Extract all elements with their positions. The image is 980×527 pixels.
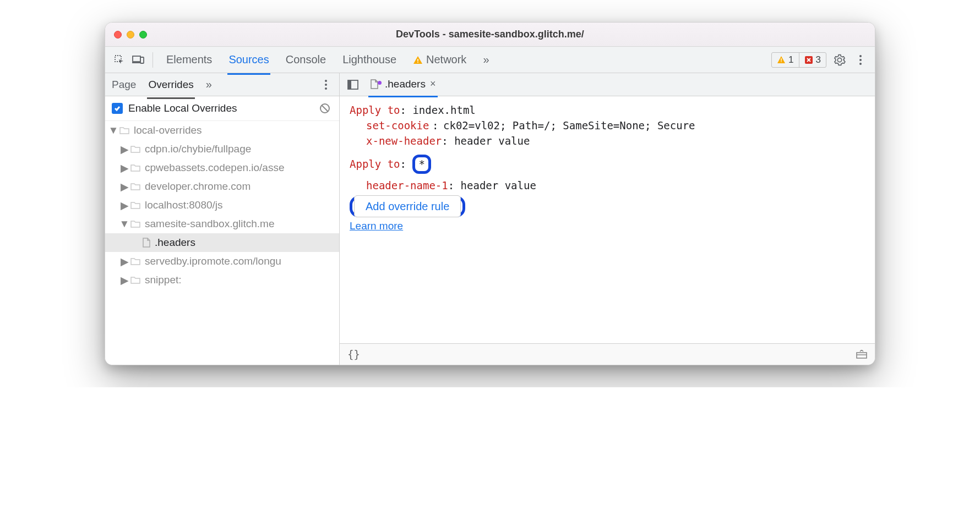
enable-overrides-checkbox[interactable] xyxy=(112,103,123,114)
tab-network-label: Network xyxy=(426,53,466,66)
svg-rect-18 xyxy=(348,80,351,89)
chevron-right-icon: ▶ xyxy=(121,199,128,212)
tabs-overflow[interactable]: » xyxy=(482,48,490,72)
tab-lighthouse[interactable]: Lighthouse xyxy=(341,48,398,72)
sidebar-tabs-overflow[interactable]: » xyxy=(205,74,213,95)
tab-elements[interactable]: Elements xyxy=(165,48,213,72)
svg-rect-3 xyxy=(140,57,144,63)
clear-overrides-icon[interactable] xyxy=(317,101,333,116)
tree-folder[interactable]: ▶ developer.chrome.com xyxy=(105,177,339,196)
titlebar: DevTools - samesite-sandbox.glitch.me/ xyxy=(105,23,875,47)
header-name[interactable]: x-new-header xyxy=(366,135,442,147)
header-name[interactable]: header-name-1 xyxy=(366,179,448,191)
show-drawer-icon[interactable] xyxy=(856,350,867,359)
folder-icon xyxy=(130,164,140,172)
tree-folder[interactable]: ▶ cpwebassets.codepen.io/asse xyxy=(105,158,339,177)
sidebar-tab-overrides[interactable]: Overrides xyxy=(147,74,194,95)
sources-sidebar: Page Overrides » Enable Local Overrides xyxy=(105,73,340,365)
tree-folder[interactable]: ▶ servedby.ipromote.com/longu xyxy=(105,252,339,271)
chevron-right-icon: ▶ xyxy=(121,180,128,193)
devtools-window: DevTools - samesite-sandbox.glitch.me/ E… xyxy=(105,22,875,365)
tree-folder-label: local-overrides xyxy=(134,124,202,136)
folder-icon xyxy=(130,276,140,284)
settings-icon[interactable] xyxy=(832,52,847,68)
highlighted-add-rule: Add override rule xyxy=(350,196,465,217)
header-value[interactable]: ck02=vl02; Path=/; SameSite=None; Secure xyxy=(443,119,865,131)
tree-folder-root[interactable]: ▼ local-overrides xyxy=(105,121,339,140)
add-override-rule-button[interactable]: Add override rule xyxy=(354,195,461,217)
file-icon xyxy=(371,79,378,89)
warning-icon xyxy=(777,56,786,64)
tree-folder[interactable]: ▶ cdpn.io/chybie/fullpage xyxy=(105,140,339,158)
tree-file-selected[interactable]: .headers xyxy=(105,233,339,252)
sidebar-tab-page[interactable]: Page xyxy=(111,74,137,95)
issues-badge[interactable]: 1 3 xyxy=(771,52,826,68)
tree-folder-label: samesite-sandbox.glitch.me xyxy=(145,218,275,230)
svg-rect-19 xyxy=(857,353,867,358)
close-tab-icon[interactable]: × xyxy=(430,78,436,90)
headers-editor[interactable]: Apply to: index.html set-cookie : ck02=v… xyxy=(340,96,875,344)
folder-icon xyxy=(119,127,129,134)
separator xyxy=(153,52,153,68)
warning-icon xyxy=(413,55,423,65)
header-value[interactable]: header value xyxy=(454,135,530,147)
chevron-down-icon: ▼ xyxy=(110,124,117,136)
tree-folder-label: cdpn.io/chybie/fullpage xyxy=(145,143,251,155)
modified-dot-icon xyxy=(378,81,382,85)
tree-folder-expanded[interactable]: ▼ samesite-sandbox.glitch.me xyxy=(105,215,339,233)
apply-to-value: * xyxy=(418,158,424,170)
chevron-right-icon: ▶ xyxy=(121,255,128,268)
editor-tabs: .headers × xyxy=(340,73,875,96)
tree-folder[interactable]: ▶ localhost:8080/js xyxy=(105,196,339,215)
chevron-right-icon: ▶ xyxy=(121,162,128,174)
folder-icon xyxy=(130,183,140,190)
error-icon xyxy=(804,56,813,64)
header-value[interactable]: header value xyxy=(461,179,536,191)
tab-console[interactable]: Console xyxy=(285,48,327,72)
apply-to-keyword: Apply to xyxy=(350,104,400,116)
chevron-right-icon: ▶ xyxy=(121,274,128,287)
svg-rect-4 xyxy=(417,59,418,62)
editor-tab-headers[interactable]: .headers × xyxy=(368,74,438,95)
tree-file-label: .headers xyxy=(155,237,195,249)
svg-rect-5 xyxy=(417,62,418,63)
svg-rect-7 xyxy=(781,61,781,62)
more-menu-icon[interactable] xyxy=(853,52,868,68)
errors-badge[interactable]: 3 xyxy=(799,53,826,67)
editor-pane: .headers × Apply to: index.html set-cook… xyxy=(340,73,875,365)
learn-more-link[interactable]: Learn more xyxy=(350,220,403,232)
toggle-navigator-icon[interactable] xyxy=(345,77,361,92)
tree-folder-label: servedby.ipromote.com/longu xyxy=(145,255,281,267)
window-title: DevTools - samesite-sandbox.glitch.me/ xyxy=(105,29,875,40)
tab-sources[interactable]: Sources xyxy=(227,48,270,72)
svg-point-13 xyxy=(325,84,327,86)
svg-rect-6 xyxy=(781,58,781,61)
zoom-window-button[interactable] xyxy=(139,31,147,39)
editor-tab-label: .headers xyxy=(385,78,426,90)
pretty-print-icon[interactable]: {} xyxy=(347,348,360,360)
warnings-badge[interactable]: 1 xyxy=(772,53,798,67)
highlighted-wildcard[interactable]: * xyxy=(412,155,431,174)
folder-icon xyxy=(130,257,140,265)
device-toolbar-icon[interactable] xyxy=(130,52,146,68)
tab-network[interactable]: Network xyxy=(412,48,467,72)
file-tree: ▼ local-overrides ▶ cdpn.io/chybie/fullp… xyxy=(105,121,339,365)
traffic-lights xyxy=(114,31,147,39)
svg-point-12 xyxy=(325,80,327,82)
chevron-down-icon: ▼ xyxy=(121,218,128,230)
panel-tabs: Elements Sources Console Lighthouse Netw… xyxy=(165,48,491,72)
inspect-element-icon[interactable] xyxy=(112,52,127,68)
editor-footer: {} xyxy=(340,344,875,365)
tree-folder[interactable]: ▶ snippet: xyxy=(105,271,339,289)
close-window-button[interactable] xyxy=(114,31,122,39)
minimize-window-button[interactable] xyxy=(127,31,134,39)
sidebar-more-icon[interactable] xyxy=(318,77,334,92)
svg-point-9 xyxy=(859,55,862,57)
folder-icon xyxy=(130,145,140,153)
svg-point-14 xyxy=(325,87,327,90)
header-name[interactable]: set-cookie xyxy=(366,119,429,131)
enable-overrides-row: Enable Local Overrides xyxy=(105,96,339,121)
apply-to-value[interactable]: index.html xyxy=(412,104,475,116)
tree-folder-label: developer.chrome.com xyxy=(145,180,251,193)
panel-body: Page Overrides » Enable Local Overrides xyxy=(105,73,875,365)
